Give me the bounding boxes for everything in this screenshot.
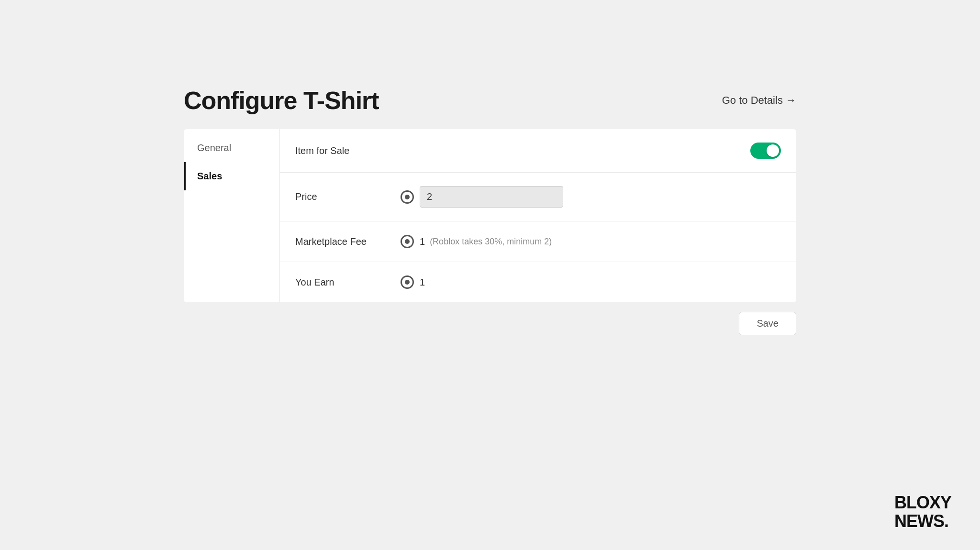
marketplace-fee-row: Marketplace Fee 1 (Roblox takes 30%, min… bbox=[280, 221, 796, 262]
marketplace-fee-note: (Roblox takes 30%, minimum 2) bbox=[430, 237, 552, 247]
marketplace-fee-value: 1 (Roblox takes 30%, minimum 2) bbox=[420, 236, 552, 247]
you-earn-robux-icon bbox=[401, 275, 414, 289]
item-for-sale-row: Item for Sale bbox=[280, 129, 796, 173]
price-label: Price bbox=[295, 191, 401, 202]
main-layout: General Sales Item for Sale Price bbox=[184, 129, 796, 302]
sidebar: General Sales bbox=[184, 129, 279, 302]
save-button[interactable]: Save bbox=[739, 312, 796, 335]
bloxy-news-logo: BLOXY NEWS. bbox=[894, 493, 951, 531]
price-robux-icon bbox=[401, 190, 414, 204]
sidebar-item-sales[interactable]: Sales bbox=[184, 162, 279, 190]
you-earn-row: You Earn 1 bbox=[280, 262, 796, 302]
save-button-container: Save bbox=[184, 312, 796, 335]
you-earn-value: 1 bbox=[420, 277, 425, 288]
item-for-sale-label: Item for Sale bbox=[295, 145, 401, 156]
marketplace-fee-robux-icon bbox=[401, 235, 414, 248]
item-for-sale-toggle[interactable] bbox=[750, 143, 781, 159]
price-content bbox=[401, 186, 781, 208]
price-row: Price bbox=[280, 173, 796, 221]
page-header: Configure T-Shirt Go to Details → bbox=[184, 86, 796, 115]
you-earn-label: You Earn bbox=[295, 277, 401, 288]
content-panel: Item for Sale Price Marketplace Fee bbox=[279, 129, 796, 302]
price-input[interactable] bbox=[420, 186, 563, 208]
go-to-details-link[interactable]: Go to Details → bbox=[722, 94, 796, 107]
page-title: Configure T-Shirt bbox=[184, 86, 379, 115]
marketplace-fee-content: 1 (Roblox takes 30%, minimum 2) bbox=[401, 235, 781, 248]
sidebar-item-general[interactable]: General bbox=[184, 134, 279, 162]
marketplace-fee-label: Marketplace Fee bbox=[295, 236, 401, 247]
toggle-container bbox=[750, 143, 781, 159]
you-earn-content: 1 bbox=[401, 275, 781, 289]
